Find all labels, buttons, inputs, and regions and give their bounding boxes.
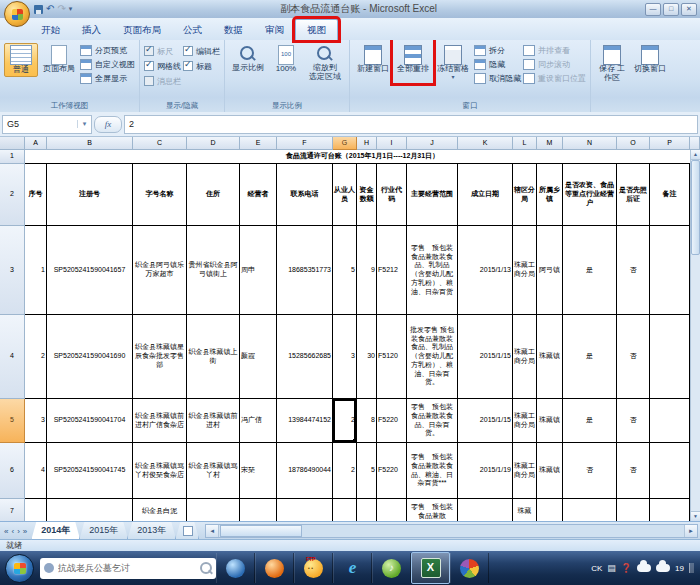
cell-D5[interactable]: 织金县珠藏镇前进村 [187, 399, 240, 443]
taskbar-browser-blue[interactable] [216, 553, 255, 583]
cell-L3[interactable]: 珠藏工商分局 [513, 226, 537, 315]
table-header-I[interactable]: 行业代码 [377, 164, 407, 226]
tab-page-layout[interactable]: 页面布局 [112, 20, 172, 40]
ruler-checkbox[interactable]: 标尺 [144, 44, 181, 58]
zoom-button[interactable]: 显示比例 [229, 43, 267, 75]
table-header-C[interactable]: 字号名称 [133, 164, 187, 226]
taskbar-excel[interactable]: X [411, 552, 450, 584]
cell-C6[interactable]: 织金县珠藏镇骂丫村俊琹食杂店 [133, 443, 187, 499]
full-screen-button[interactable]: 全屏显示 [80, 72, 135, 85]
cell-J5[interactable]: 零售 预包装食品兼散装食品、日杂百货。 [407, 399, 458, 443]
row-header-1[interactable]: 1 [0, 150, 25, 164]
sheet-tab-2013年[interactable]: 2013年 [127, 522, 176, 540]
cell-E7[interactable] [240, 499, 277, 521]
maximize-button[interactable]: □ [663, 3, 679, 16]
cell-J6[interactable]: 零售 预包装食品兼散装食品、粮油、日杂百货*** [407, 443, 458, 499]
tab-insert[interactable]: 插入 [71, 20, 112, 40]
cell-A5[interactable]: 3 [25, 399, 47, 443]
next-sheet-icon[interactable]: › [16, 527, 21, 536]
cell-M7[interactable] [537, 499, 563, 521]
table-header-G[interactable]: 从业人员 [333, 164, 357, 226]
cell-P4[interactable] [650, 315, 690, 399]
cell-P5[interactable] [650, 399, 690, 443]
undo-icon[interactable]: ↶ [46, 5, 54, 13]
cell-B4[interactable]: SP5205241590041690 [47, 315, 133, 399]
cell-N6[interactable]: 否 [563, 443, 617, 499]
column-header-A[interactable]: A [25, 137, 47, 150]
formula-input[interactable]: 2 [124, 115, 698, 134]
normal-view-button[interactable]: 普通 [4, 43, 38, 77]
cell-E3[interactable]: 周申 [240, 226, 277, 315]
switch-windows-button[interactable]: 切换窗口 [631, 43, 669, 76]
custom-views-button[interactable]: 自定义视图 [80, 58, 135, 71]
cell-B7[interactable] [47, 499, 133, 521]
view-side-by-side-button[interactable]: 并排查看 [523, 44, 586, 57]
office-button[interactable] [4, 1, 30, 27]
cell-K4[interactable]: 2015/1/15 [458, 315, 513, 399]
cell-D4[interactable]: 织金县珠藏镇上街 [187, 315, 240, 399]
cell-I7[interactable] [377, 499, 407, 521]
cell-I6[interactable]: F5220 [377, 443, 407, 499]
cell-I4[interactable]: F5120 [377, 315, 407, 399]
zoom-100-button[interactable]: 100 100% [269, 43, 303, 76]
select-all-corner[interactable] [0, 137, 25, 150]
column-header-B[interactable]: B [47, 137, 133, 150]
cell-O5[interactable]: 否 [617, 399, 650, 443]
table-header-N[interactable]: 是否农资、食品等重点行业经营户 [563, 164, 617, 226]
row-header-2[interactable]: 2 [0, 164, 25, 226]
input-method-indicator[interactable]: CK [591, 564, 602, 573]
table-header-J[interactable]: 主要经营范围 [407, 164, 458, 226]
table-header-P[interactable]: 备注 [650, 164, 690, 226]
cell-K5[interactable]: 2015/1/15 [458, 399, 513, 443]
cell-E6[interactable]: 宋琹 [240, 443, 277, 499]
table-header-D[interactable]: 住所 [187, 164, 240, 226]
taskbar-ftp[interactable] [294, 553, 333, 583]
table-header-K[interactable]: 成立日期 [458, 164, 513, 226]
scroll-down-icon[interactable]: ▼ [691, 511, 700, 521]
close-button[interactable]: ✕ [681, 3, 697, 16]
cell-L5[interactable]: 珠藏工商分局 [513, 399, 537, 443]
cell-J7[interactable]: 零售 预包装食品兼散 [407, 499, 458, 521]
cell-E4[interactable]: 颜霞 [240, 315, 277, 399]
cell-A4[interactable]: 2 [25, 315, 47, 399]
vertical-scroll-thumb[interactable] [691, 160, 700, 255]
cell-D7[interactable] [187, 499, 240, 521]
horizontal-scrollbar[interactable]: ◄ ► [205, 524, 698, 538]
scroll-right-icon[interactable]: ► [684, 525, 697, 537]
baidu-search-box[interactable]: 抗战老兵公墓乞讨 [40, 558, 216, 579]
cell-I5[interactable]: F5220 [377, 399, 407, 443]
cell-E5[interactable]: 冯广信 [240, 399, 277, 443]
minimize-button[interactable]: — [645, 3, 661, 16]
cell-L7[interactable]: 珠藏 [513, 499, 537, 521]
cell-G3[interactable]: 5 [333, 226, 357, 315]
column-header-I[interactable]: I [377, 137, 407, 150]
cell-N7[interactable] [563, 499, 617, 521]
cell-D3[interactable]: 贵州省织金县阿弓镇街上 [187, 226, 240, 315]
column-header-D[interactable]: D [187, 137, 240, 150]
taskbar-internet-explorer[interactable]: e [333, 553, 372, 583]
cell-F5[interactable]: 13984474152 [277, 399, 333, 443]
cell-G5[interactable]: 2 [333, 399, 357, 443]
cell-H4[interactable]: 30 [357, 315, 377, 399]
cell-L4[interactable]: 珠藏工商分局 [513, 315, 537, 399]
cell-P7[interactable] [650, 499, 690, 521]
save-icon[interactable] [34, 5, 43, 14]
cell-O6[interactable]: 否 [617, 443, 650, 499]
new-window-button[interactable]: 新建窗口 [354, 43, 392, 76]
weather-cloud2-icon[interactable] [656, 564, 670, 572]
cell-M6[interactable]: 珠藏镇 [537, 443, 563, 499]
cell-C7[interactable]: 织金县白泥 [133, 499, 187, 521]
cell-M5[interactable]: 珠藏镇 [537, 399, 563, 443]
cell-F6[interactable]: 18786490044 [277, 443, 333, 499]
freeze-panes-button[interactable]: 冻结窗格 ▾ [434, 43, 472, 82]
arrange-all-button[interactable]: 全部重排 [394, 43, 432, 76]
gridlines-checkbox[interactable]: 网格线 [144, 59, 181, 73]
cell-F3[interactable]: 18685351773 [277, 226, 333, 315]
cell-B3[interactable]: SP5205241590041657 [47, 226, 133, 315]
column-header-M[interactable]: M [537, 137, 563, 150]
taskbar-music-player[interactable]: ♪ [372, 553, 411, 583]
column-header-partial[interactable] [690, 137, 700, 150]
cell-P3[interactable] [650, 226, 690, 315]
message-bar-checkbox[interactable]: 消息栏 [144, 74, 181, 88]
last-sheet-icon[interactable]: » [22, 527, 28, 536]
